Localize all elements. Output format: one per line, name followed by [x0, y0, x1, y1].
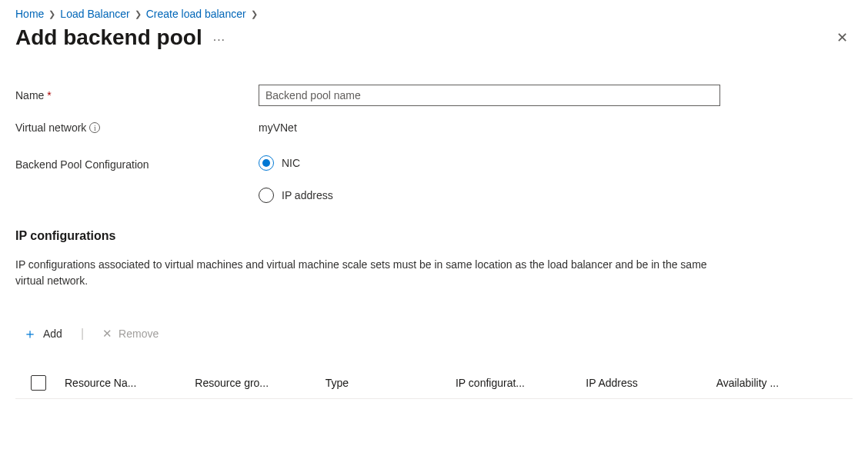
breadcrumb-link-create[interactable]: Create load balancer	[146, 8, 246, 20]
title-row: Add backend pool ··· ✕	[15, 25, 853, 51]
x-icon: ✕	[102, 327, 112, 341]
more-icon[interactable]: ···	[213, 28, 225, 47]
config-label: Backend Pool Configuration	[15, 154, 259, 171]
col-resource-name[interactable]: Resource Na...	[65, 377, 195, 389]
info-icon[interactable]: i	[89, 122, 100, 133]
required-icon: *	[47, 89, 51, 101]
col-ip-config[interactable]: IP configurat...	[456, 377, 586, 389]
remove-button: ✕ Remove	[95, 324, 166, 344]
name-input[interactable]	[259, 85, 720, 106]
chevron-right-icon: ❯	[48, 9, 55, 19]
breadcrumb-link-home[interactable]: Home	[15, 8, 44, 20]
remove-button-label: Remove	[119, 328, 159, 340]
plus-icon: ＋	[23, 324, 37, 343]
toolbar-separator: |	[81, 327, 84, 341]
breadcrumb-link-loadbalancer[interactable]: Load Balancer	[60, 8, 129, 20]
name-label: Name *	[15, 85, 259, 101]
close-icon[interactable]: ✕	[832, 25, 853, 51]
radio-unselected-icon	[259, 188, 274, 203]
name-label-text: Name	[15, 89, 44, 101]
table-toolbar: ＋ Add | ✕ Remove	[15, 321, 853, 346]
col-type[interactable]: Type	[326, 377, 456, 389]
page-title: Add backend pool	[15, 25, 202, 50]
radio-ip[interactable]: IP address	[259, 188, 720, 203]
col-resource-group[interactable]: Resource gro...	[195, 377, 325, 389]
col-ip-address[interactable]: IP Address	[586, 377, 716, 389]
chevron-right-icon: ❯	[251, 9, 258, 19]
vnet-label: Virtual network i	[15, 117, 259, 134]
radio-selected-icon	[259, 155, 274, 171]
vnet-value: myVNet	[259, 117, 720, 134]
select-all-checkbox[interactable]	[31, 375, 46, 391]
chevron-right-icon: ❯	[135, 9, 142, 19]
add-button-label: Add	[43, 328, 62, 340]
ip-config-desc: IP configurations associated to virtual …	[15, 257, 708, 289]
ip-config-heading: IP configurations	[15, 229, 853, 243]
radio-nic[interactable]: NIC	[259, 155, 720, 171]
vnet-label-text: Virtual network	[15, 121, 86, 134]
add-button[interactable]: ＋ Add	[15, 321, 70, 346]
config-label-text: Backend Pool Configuration	[15, 158, 149, 171]
table-header-row: Resource Na... Resource gro... Type IP c…	[15, 368, 853, 399]
col-availability[interactable]: Availability ...	[716, 377, 846, 389]
radio-ip-label: IP address	[282, 189, 333, 201]
breadcrumb: Home ❯ Load Balancer ❯ Create load balan…	[15, 8, 853, 20]
radio-nic-label: NIC	[282, 157, 300, 169]
